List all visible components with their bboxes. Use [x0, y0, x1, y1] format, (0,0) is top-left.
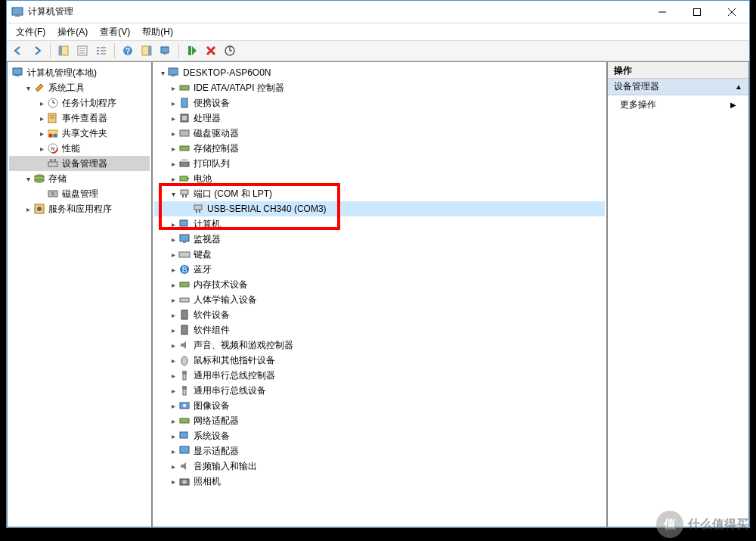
- expand-arrow-icon[interactable]: [168, 145, 178, 153]
- tree-shared-folders[interactable]: 共享文件夹: [9, 126, 150, 141]
- device-softcomponent[interactable]: 软件组件: [154, 322, 605, 337]
- tree-label: 任务计划程序: [62, 97, 116, 110]
- device-mouse[interactable]: 鼠标和其他指针设备: [154, 353, 605, 368]
- menu-file[interactable]: 文件(F): [10, 24, 51, 40]
- tree-label: 软件组件: [194, 324, 230, 337]
- expand-arrow-icon[interactable]: [168, 220, 178, 229]
- disable-button[interactable]: [203, 42, 219, 59]
- tree-disk-mgmt[interactable]: 磁盘管理: [9, 186, 150, 201]
- expand-arrow-icon[interactable]: [168, 432, 178, 440]
- expand-arrow-icon[interactable]: [168, 326, 178, 334]
- tree-root-computer-mgmt[interactable]: 计算机管理(本地): [9, 65, 150, 80]
- tree-services-apps[interactable]: 服务和应用程序: [9, 201, 150, 216]
- device-mgr-icon: [47, 157, 59, 169]
- device-storage-ctrl[interactable]: 存储控制器: [154, 141, 605, 156]
- update-driver-button[interactable]: [222, 42, 238, 59]
- expand-arrow-icon[interactable]: [168, 281, 178, 289]
- expand-arrow-icon[interactable]: [168, 114, 178, 123]
- device-processor[interactable]: 处理器: [154, 110, 605, 126]
- minimize-button[interactable]: [645, 1, 680, 23]
- properties-button[interactable]: [74, 42, 91, 59]
- help-button[interactable]: ?: [119, 42, 136, 59]
- tree-system-tools[interactable]: 系统工具: [9, 80, 150, 95]
- device-audio[interactable]: 音频输入和输出: [154, 459, 605, 474]
- device-ide[interactable]: IDE ATA/ATAPI 控制器: [154, 80, 605, 95]
- actions-section[interactable]: 设备管理器 ▲: [608, 79, 748, 95]
- expand-arrow-icon[interactable]: [168, 99, 178, 107]
- expand-arrow-icon[interactable]: [36, 129, 47, 138]
- device-usbdevice[interactable]: 通用串行总线设备: [154, 383, 605, 398]
- device-keyboard[interactable]: 键盘: [154, 247, 605, 262]
- expand-arrow-icon[interactable]: [23, 205, 33, 213]
- device-sound[interactable]: 声音、视频和游戏控制器: [154, 337, 605, 353]
- expand-arrow-icon[interactable]: [168, 266, 178, 274]
- device-hid[interactable]: 人体学输入设备: [154, 292, 605, 307]
- device-usb-serial[interactable]: USB-SERIAL CH340 (COM3): [154, 201, 605, 216]
- expand-arrow-icon[interactable]: [168, 417, 178, 425]
- device-imaging[interactable]: 图像设备: [154, 398, 605, 413]
- expand-arrow-icon[interactable]: [168, 387, 178, 395]
- expand-arrow-icon[interactable]: [168, 250, 178, 259]
- device-diskdrive[interactable]: 磁盘驱动器: [154, 126, 605, 141]
- actions-header: 操作: [608, 62, 748, 79]
- forward-button[interactable]: [29, 42, 45, 59]
- expand-arrow-icon[interactable]: [168, 129, 178, 138]
- menu-action[interactable]: 操作(A): [51, 24, 94, 40]
- device-monitor[interactable]: 监视器: [154, 232, 605, 247]
- expand-arrow-icon[interactable]: [168, 477, 178, 486]
- expand-arrow-icon[interactable]: [168, 84, 178, 92]
- device-camera[interactable]: 照相机: [154, 474, 605, 489]
- menu-view[interactable]: 查看(V): [94, 24, 136, 40]
- list-button[interactable]: [93, 42, 110, 59]
- maximize-button[interactable]: [680, 1, 714, 23]
- expand-arrow-icon[interactable]: [23, 84, 33, 92]
- separator: [178, 43, 179, 58]
- device-root[interactable]: DESKTOP-ASP6O0N: [154, 65, 605, 80]
- close-button[interactable]: [714, 1, 749, 23]
- device-computer[interactable]: 计算机: [154, 216, 605, 232]
- expand-arrow-icon[interactable]: [23, 175, 33, 183]
- tree-performance[interactable]: N 性能: [9, 141, 150, 156]
- expand-arrow-icon[interactable]: [168, 447, 178, 455]
- device-memory[interactable]: 内存技术设备: [154, 277, 605, 292]
- device-usbctrl[interactable]: 通用串行总线控制器: [154, 368, 605, 383]
- tree-label: 端口 (COM 和 LPT): [194, 188, 272, 201]
- device-sysdevice[interactable]: 系统设备: [154, 428, 605, 443]
- tree-storage[interactable]: 存储: [9, 171, 150, 186]
- device-softdevice[interactable]: 软件设备: [154, 307, 605, 322]
- device-display[interactable]: 显示适配器: [154, 443, 605, 459]
- expand-arrow-icon[interactable]: [168, 341, 178, 350]
- expand-arrow-icon[interactable]: [168, 160, 178, 168]
- device-bluetooth[interactable]: B蓝牙: [154, 262, 605, 277]
- menu-help[interactable]: 帮助(H): [136, 24, 179, 40]
- more-actions[interactable]: 更多操作 ▶: [608, 95, 748, 114]
- expand-arrow-icon[interactable]: [168, 356, 178, 365]
- expand-arrow-icon[interactable]: [168, 462, 178, 471]
- device-battery[interactable]: 电池: [154, 171, 605, 186]
- svg-rect-58: [180, 130, 189, 136]
- expand-arrow-icon[interactable]: [168, 372, 178, 380]
- device-network[interactable]: 网络适配器: [154, 413, 605, 428]
- expand-arrow-icon[interactable]: [157, 69, 168, 77]
- action-pane-button[interactable]: [138, 42, 155, 59]
- expand-arrow-icon[interactable]: [168, 296, 178, 304]
- expand-arrow-icon[interactable]: [168, 402, 178, 410]
- scan-hardware-button[interactable]: [157, 42, 174, 59]
- tree-task-scheduler[interactable]: 任务计划程序: [9, 95, 150, 110]
- device-ports[interactable]: 端口 (COM 和 LPT): [154, 186, 605, 201]
- device-printqueue[interactable]: 打印队列: [154, 156, 605, 171]
- tree-event-viewer[interactable]: 事件查看器: [9, 110, 150, 126]
- back-button[interactable]: [10, 42, 26, 59]
- expand-arrow-icon[interactable]: [36, 114, 47, 123]
- expand-arrow-icon[interactable]: [168, 311, 178, 319]
- device-portable[interactable]: 便携设备: [154, 95, 605, 110]
- expand-arrow-icon[interactable]: [168, 190, 178, 198]
- expand-arrow-icon[interactable]: [168, 235, 178, 244]
- tree-device-manager[interactable]: 设备管理器: [9, 156, 150, 171]
- expand-arrow-icon[interactable]: [36, 145, 47, 153]
- expand-arrow-icon[interactable]: [36, 99, 47, 107]
- show-hide-tree-button[interactable]: [55, 42, 72, 59]
- svg-rect-43: [50, 159, 52, 162]
- expand-arrow-icon[interactable]: [168, 175, 178, 183]
- enable-button[interactable]: [184, 42, 200, 59]
